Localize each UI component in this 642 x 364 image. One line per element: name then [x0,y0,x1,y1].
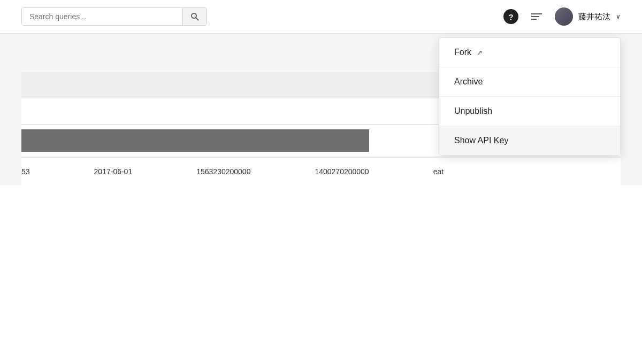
search-container [21,7,207,26]
chevron-down-icon: ∨ [616,13,621,20]
page-wrapper: ? 藤井祐汰 ∨ ✎ Edit Source ··· [0,0,642,364]
bottom-stats-row: 53 2017-06-01 1563230200000 140027020000… [21,157,621,185]
external-link-icon: ↗ [477,49,483,57]
stat-tail: eat [433,167,444,176]
search-button[interactable] [182,8,207,25]
filter-icon [531,13,542,20]
fork-label: Fork [454,48,471,57]
dropdown-menu: Fork ↗ Archive Unpublish Show API Key [439,37,621,156]
unpublish-label: Unpublish [454,106,492,116]
stat-date: 2017-06-01 [94,167,133,176]
help-button[interactable]: ? [503,9,518,24]
filter-button[interactable] [529,11,544,22]
archive-label: Archive [454,77,483,87]
filter-line-1 [531,13,542,14]
stat-val1: 1563230200000 [196,167,250,176]
filter-line-2 [531,16,539,17]
show-api-key-label: Show API Key [454,136,508,145]
search-input[interactable] [22,8,182,25]
dropdown-item-archive[interactable]: Archive [439,67,620,97]
dropdown-item-unpublish[interactable]: Unpublish [439,97,620,126]
svg-point-0 [192,13,196,18]
help-label: ? [508,12,513,21]
avatar [555,7,573,26]
search-icon [190,12,199,21]
svg-line-1 [196,18,198,20]
dropdown-item-show-api-key[interactable]: Show API Key [439,126,620,155]
user-menu[interactable]: 藤井祐汰 ∨ [555,7,621,26]
filter-line-3 [531,19,537,20]
header: ? 藤井祐汰 ∨ [0,0,642,34]
username-label: 藤井祐汰 [578,12,610,22]
stat-val2: 1400270200000 [315,167,369,176]
stat-count: 53 [21,167,30,176]
chart-bar [21,129,369,152]
dropdown-item-fork[interactable]: Fork ↗ [439,38,620,67]
avatar-image [555,7,573,26]
